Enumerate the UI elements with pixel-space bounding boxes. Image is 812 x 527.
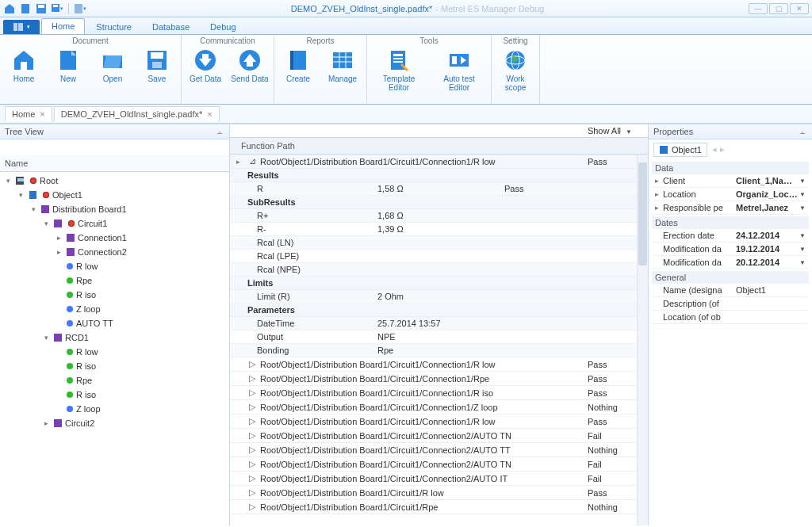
tree-node[interactable]: ▾Root [0,174,229,188]
property-row[interactable]: ▸ClientClient_1,Nam...▼ [652,174,809,188]
property-value[interactable]: Metrel,Janez [734,201,799,214]
grid-row[interactable]: ▷Root/Object1/Distribution Board1/Circui… [230,386,648,400]
tree-node[interactable]: ▾Object1 [0,188,229,202]
tree-expander[interactable]: ▸ [41,419,51,427]
grid-row[interactable]: ▷Root/Object1/Distribution Board1/Circui… [230,357,648,372]
row-expander[interactable]: ▷ [246,386,257,399]
chevron-down-icon[interactable]: ▼ [799,178,809,185]
tree-body[interactable]: ▾Root▾Object1▾Distribution Board1▾Circui… [0,172,229,525]
tree-node[interactable]: AUTO TT [0,316,229,330]
row-expander[interactable]: ▷ [246,400,257,414]
chevron-down-icon[interactable]: ▼ [799,246,809,253]
property-value[interactable]: 24.12.2014 [734,229,799,242]
vertical-scrollbar[interactable] [637,155,648,525]
property-value[interactable]: 20.12.2014 [734,256,799,269]
property-value[interactable] [734,315,799,319]
scrollbar-thumb[interactable] [638,162,647,265]
property-row[interactable]: Location (of ob [652,311,809,324]
chevron-down-icon[interactable]: ▼ [799,204,809,212]
property-expander[interactable]: ▸ [652,204,661,212]
qat-save-dd-icon[interactable]: ▾ [51,2,63,15]
property-expander[interactable]: ▸ [652,177,661,185]
property-row[interactable]: Modification da19.12.2014▼ [652,242,809,256]
row-expander[interactable]: ▷ [246,443,257,456]
grid-row[interactable]: ▷Root/Object1/Distribution Board1/Circui… [230,372,648,386]
tree-node[interactable]: R low [0,259,229,273]
grid-row-expanded[interactable]: ▸⊿Root/Object1/Distribution Board1/Circu… [230,155,648,169]
create-button[interactable]: Create [279,48,317,83]
close-button[interactable]: ✕ [790,3,809,14]
tab-database[interactable]: Database [143,20,199,34]
tree-expander[interactable]: ▾ [41,220,51,227]
grid-row[interactable]: ▷Root/Object1/Distribution Board1/Circui… [230,443,648,457]
close-icon[interactable]: × [207,109,212,119]
tree-node[interactable]: R low [0,345,229,359]
grid-row[interactable]: ▷Root/Object1/Distribution Board1/Circui… [230,472,648,486]
row-expander[interactable]: ▷ [246,500,257,514]
manage-button[interactable]: Manage [324,48,362,83]
getdata-button[interactable]: Get Data [186,48,224,83]
property-row[interactable]: ▸Responsible peMetrel,Janez▼ [652,201,809,215]
autotest-editor-button[interactable]: Auto test Editor [432,48,486,92]
document-tab[interactable]: Home× [5,106,52,121]
qat-save-icon[interactable] [35,2,48,15]
grid-row[interactable]: ▷Root/Object1/Distribution Board1/Circui… [230,500,648,514]
tree-node[interactable]: R iso [0,359,229,373]
tree-node[interactable]: ▾Distribution Board1 [0,202,229,216]
maximize-button[interactable]: ▢ [769,3,788,14]
tab-home[interactable]: Home [41,18,85,34]
tree-node[interactable]: ▾Circuit1 [0,216,229,231]
property-value[interactable] [734,302,799,305]
row-expander[interactable]: ▷ [246,372,257,385]
property-value[interactable]: Client_1,Nam... [734,174,799,187]
chevron-down-icon[interactable]: ▼ [799,232,809,239]
document-tab[interactable]: DEMO_ZVEH_OldInst_single.padfx*× [54,106,220,121]
new-button[interactable]: New [49,48,87,83]
grid-row[interactable]: ▷Root/Object1/Distribution Board1/Circui… [230,486,648,500]
grid-header[interactable]: Function Path [230,137,648,155]
open-button[interactable]: Open [94,48,132,83]
tree-expander[interactable]: ▾ [16,191,25,199]
senddata-button[interactable]: Send Data [231,48,269,83]
property-expander[interactable]: ▸ [652,190,661,198]
row-expander[interactable]: ⊿ [246,155,257,168]
grid-body[interactable]: ▸⊿Root/Object1/Distribution Board1/Circu… [230,155,648,525]
tree-node[interactable]: ▸Circuit2 [0,416,229,430]
nav-arrows[interactable]: ◂▸ [712,144,725,155]
tree-node[interactable]: ▾RCD1 [0,330,229,345]
filter-showall[interactable]: Show All▼ [230,124,648,137]
row-expander[interactable]: ▷ [246,429,257,442]
row-expander[interactable]: ▷ [246,472,257,485]
tree-expander[interactable]: ▾ [3,177,13,185]
tree-node[interactable]: Z loop [0,402,229,416]
pin-icon[interactable]: ⫠ [216,127,224,136]
workscope-button[interactable]: Work scope [496,48,534,92]
file-menu-button[interactable]: ▾ [3,20,40,34]
tree-node[interactable]: Rpe [0,273,229,288]
tree-node[interactable]: R iso [0,288,229,302]
tree-node[interactable]: ▸Connection1 [0,231,229,245]
tree-node[interactable]: R iso [0,388,229,402]
tab-structure[interactable]: Structure [86,20,141,34]
tree-node[interactable]: Rpe [0,373,229,388]
property-value[interactable]: Object1 [734,284,799,296]
tree-node[interactable]: ▸Connection2 [0,245,229,259]
template-editor-button[interactable]: Template Editor [372,48,426,92]
minimize-button[interactable]: — [749,3,768,14]
tree-expander[interactable]: ▸ [54,248,63,256]
property-row[interactable]: ▸LocationOrganiz_Loc1...▼ [652,188,809,201]
chevron-down-icon[interactable]: ▼ [799,191,809,198]
tree-expander[interactable]: ▸ [54,234,63,242]
property-row[interactable]: Erection date24.12.2014▼ [652,229,809,242]
property-value[interactable]: 19.12.2014 [734,242,799,255]
row-expander[interactable]: ▷ [246,414,257,428]
tab-debug[interactable]: Debug [201,20,245,34]
grid-row[interactable]: ▷Root/Object1/Distribution Board1/Circui… [230,400,648,414]
home-button[interactable]: Home [5,48,43,83]
grid-row[interactable]: ▷Root/Object1/Distribution Board1/Circui… [230,457,648,472]
qat-paste-icon[interactable]: ▾ [74,2,86,15]
qat-home-icon[interactable] [3,2,16,15]
properties-object-tab[interactable]: Object1 [653,143,707,157]
save-button[interactable]: Save [138,48,176,83]
row-expander[interactable]: ▷ [246,486,257,499]
